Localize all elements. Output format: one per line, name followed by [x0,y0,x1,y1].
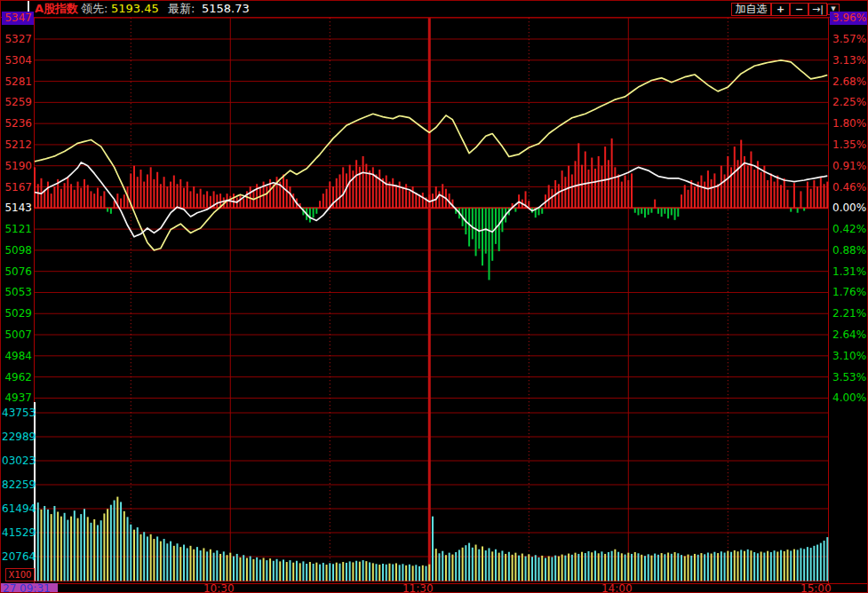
time-axis-label: 11:30 [398,583,437,593]
volume-bars [34,402,828,581]
price-axis-label: 5007 [2,328,32,341]
volume-axis-label: 41529 [2,526,32,539]
price-axis-label: 5259 [2,96,32,108]
pct-axis-label: 0.88% [832,244,866,257]
volume-axis-label: 43753 [2,407,32,419]
pct-axis-label: 1.31% [832,265,866,278]
pct-axis-label: 0.91% [832,160,866,172]
volume-axis-label: 82259 [2,478,32,491]
updown-strength-bars [34,138,828,281]
time-axis-label: 10:30 [199,583,238,593]
price-axis-label: 5029 [2,307,32,320]
volume-axis-label: 03023 [2,455,32,467]
pct-axis-label: 0.00% [832,202,866,214]
leader-label: 领先: [81,2,108,16]
latest-value: 5158.73 [202,2,250,16]
price-axis-label: 5190 [2,160,32,172]
pct-axis-label: 0.42% [832,223,866,235]
time-axis-label: 15:00 [796,583,835,593]
intraday-chart[interactable] [1,1,868,593]
price-axis-label: 4937 [2,391,32,404]
pct-axis-label: 4.00% [832,391,866,404]
leading-index-line [35,60,827,250]
price-axis-label: 5304 [2,54,32,67]
price-axis-label: 5236 [2,117,32,130]
top-bar: A股指数 领先: 5193.45 最新: 5158.73 加自选 + − →| … [1,1,868,18]
leader-value: 5193.45 [111,2,159,16]
price-axis-label: 5143 [2,202,32,214]
volume-axis-label: 22989 [2,431,32,443]
plus-button[interactable]: + [771,3,790,16]
grid-lines [35,18,828,581]
pct-axis-label: 3.57% [832,33,866,45]
pct-axis-label: 2.64% [832,328,866,341]
price-axis-label: 5098 [2,244,32,257]
pct-axis-label: 3.53% [832,371,866,383]
pct-axis-label: 0.46% [832,181,866,194]
price-axis-label: 5212 [2,138,32,151]
price-axis-label: 5076 [2,265,32,278]
price-axis-label: 4962 [2,371,32,383]
pct-axis-label: 2.21% [832,307,866,320]
add-watchlist-button[interactable]: 加自选 [731,3,771,16]
time-axis-label: 14:00 [597,583,636,593]
volume-axis-label: 61494 [2,502,32,515]
latest-label: 最新: [168,2,195,16]
instrument-title: A股指数 [35,2,78,16]
price-axis-label: 5121 [2,223,32,235]
pct-axis-label: 1.76% [832,286,866,298]
pct-axis-label: 1.35% [832,138,866,151]
volume-axis-label: 20764 [2,550,32,563]
price-axis-label: 5053 [2,286,32,298]
price-axis-label: 5347 [2,12,32,24]
trading-terminal-window: A股指数 领先: 5193.45 最新: 5158.73 加自选 + − →| … [0,0,868,593]
price-axis-label: 5327 [2,33,32,45]
pct-axis-label: 3.10% [832,350,866,362]
session-start-label: 27 09:31 [1,583,58,593]
minus-button[interactable]: − [790,3,808,16]
pct-axis-label: 2.68% [832,75,866,88]
price-axis-label: 5167 [2,181,32,194]
next-period-button[interactable]: →| [808,3,827,16]
pct-axis-label: 1.80% [832,117,866,130]
price-axis-label: 4984 [2,350,32,362]
price-axis-label: 5281 [2,75,32,88]
volume-unit-badge: X100 [5,568,35,581]
pct-axis-label: 3.96% [832,12,866,24]
pct-axis-label: 3.13% [832,54,866,67]
pct-axis-label: 2.25% [832,96,866,108]
